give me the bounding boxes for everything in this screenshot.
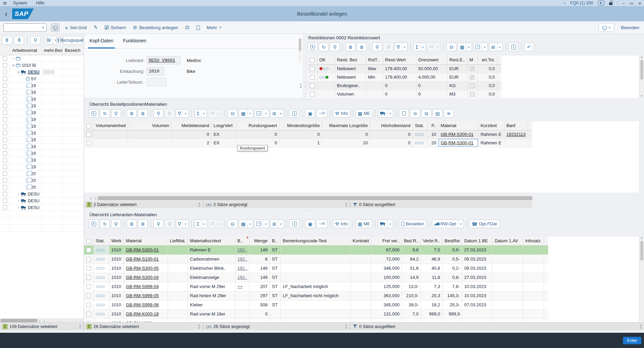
row-select-checkbox[interactable] <box>310 66 315 71</box>
table-row[interactable]: Volumen00M30,0 <box>308 90 501 98</box>
tree-item[interactable]: ∨1010 Bi <box>0 62 84 69</box>
refresh-button[interactable] <box>319 43 329 51</box>
col-bezeich[interactable]: Bezeich <box>63 46 84 55</box>
col-arbeitsvorrat[interactable]: Arbeitsvorrat <box>10 46 42 55</box>
tree-item[interactable]: ∨DESU <box>0 69 84 76</box>
column-header-kontrakt[interactable]: Kontrakt <box>350 237 371 245</box>
table-row[interactable]: NettowertMin179.400,004.000,00EUR✓0,0 <box>308 73 501 81</box>
export-excel-button[interactable] <box>308 43 317 51</box>
row-select-checkbox[interactable] <box>3 158 7 162</box>
layout-button[interactable]: ∨ <box>270 109 284 118</box>
tree-item[interactable]: 19 <box>0 96 84 103</box>
column-header-stat[interactable]: Stat. <box>413 121 428 130</box>
find-button[interactable] <box>153 109 163 118</box>
info-grid-button[interactable] <box>290 109 299 118</box>
flag-checkbox[interactable] <box>470 83 475 88</box>
refresh-button[interactable] <box>100 220 110 228</box>
table-row[interactable]: 1010GB-RM-S300-04Elektroanzeige192..149S… <box>84 273 548 282</box>
cell-link[interactable]: GB-RM-S300-01 <box>441 132 474 137</box>
tree-item-label[interactable]: DESU <box>28 199 40 203</box>
views-button[interactable]: ∨ <box>239 220 253 228</box>
sel-grid-button[interactable]: Sel-Grid <box>64 24 88 31</box>
scrollbar-thumb[interactable] <box>640 60 643 80</box>
hierarchy-button[interactable] <box>444 109 454 118</box>
row-select-checkbox[interactable] <box>86 284 91 289</box>
tree-item[interactable]: 20 <box>0 184 84 191</box>
row-select-checkbox[interactable] <box>86 312 91 316</box>
row-select-checkbox[interactable] <box>3 83 7 88</box>
row-select-checkbox[interactable] <box>3 192 7 196</box>
column-header-rstt[interactable]: RstT.. <box>366 56 383 64</box>
tree-item[interactable]: 19 <box>0 89 84 96</box>
collapse-icon[interactable]: ∨ <box>11 63 16 67</box>
subtotal-button[interactable]: ∨ <box>427 43 441 51</box>
tree-item[interactable]: 19 <box>0 164 84 170</box>
lieferteilsort-field[interactable] <box>147 78 166 86</box>
edit-button[interactable] <box>92 24 99 31</box>
detail-button[interactable] <box>330 43 340 51</box>
menu-system[interactable]: System <box>13 1 27 5</box>
cell-link[interactable]: GB-RM-S300-04 <box>126 275 159 280</box>
row-select-checkbox[interactable] <box>310 92 315 97</box>
row-select-checkbox[interactable] <box>3 131 7 135</box>
tree-item-label[interactable]: DESU <box>28 70 40 75</box>
tree-item[interactable]: 19 <box>0 130 84 137</box>
chevron-down-icon[interactable] <box>42 26 44 29</box>
compare-button[interactable] <box>184 24 191 31</box>
column-header-losgr[interactable]: LosgrVerf. <box>211 121 236 130</box>
column-header-menge[interactable]: Menge <box>249 237 270 245</box>
export-excel-button[interactable] <box>89 220 99 228</box>
row-select-checkbox[interactable] <box>3 165 7 169</box>
cell-link[interactable]: 19232113 <box>506 132 526 137</box>
table-row[interactable]: 1010GB-RM-S300-01Rahmen E192..149ST67,00… <box>84 245 548 254</box>
column-header-ok[interactable]: OK <box>317 56 335 64</box>
scroll-right-icon[interactable]: › <box>94 196 98 200</box>
print-button[interactable] <box>446 43 456 51</box>
lieferant-field[interactable]: DESU_V9001 <box>147 56 181 64</box>
row-select-checkbox[interactable] <box>86 303 91 307</box>
flag-checkbox[interactable]: ✓ <box>470 75 475 80</box>
layout-button[interactable]: ∨ <box>47 36 57 44</box>
cell-link[interactable]: GB-RM-S300-01 <box>126 247 159 252</box>
status-spinner[interactable]: ∧∨ <box>345 324 347 329</box>
tree-item[interactable]: 19 <box>0 123 84 130</box>
find-button[interactable] <box>372 43 382 51</box>
tree-item[interactable]: 19 <box>0 150 84 157</box>
sort-desc-button[interactable] <box>138 109 148 118</box>
exit-button[interactable]: Beenden <box>620 24 641 31</box>
tree-item[interactable]: SY <box>0 76 84 82</box>
table-row[interactable]: 1010GB-RM-S999-05Rad hinten M 29er297STL… <box>84 291 548 300</box>
cell-link[interactable]: GB-RM-S100-01 <box>126 257 159 262</box>
unlock-icon[interactable] <box>609 2 612 5</box>
cell-link[interactable]: 192.. <box>237 275 247 280</box>
column-header-infosatz[interactable]: Infosatz <box>523 237 544 245</box>
export-button[interactable]: ∨ <box>254 220 269 228</box>
export-button[interactable]: ∨ <box>473 43 488 51</box>
column-header-melde[interactable]: Meldebestand <box>171 121 211 130</box>
column-header-material[interactable]: Material <box>124 237 168 245</box>
table-row[interactable]: 1010GB-RM-S999-04Rad vorne M 29er++207ST… <box>84 282 548 291</box>
tab-funktionen[interactable]: Funktionen <box>123 38 146 48</box>
table-row[interactable]: 1010GB-RM-S100-01Carbonrahmen192..6ST72,… <box>84 254 548 264</box>
expand-icon[interactable]: › <box>11 57 16 60</box>
cell-link[interactable]: ++ <box>237 284 243 289</box>
tree-item[interactable]: 19 <box>0 103 84 109</box>
column-header-kurztext[interactable]: Kurztext <box>478 121 504 130</box>
document-button[interactable] <box>195 24 201 31</box>
restore-button[interactable]: ▭ <box>629 1 633 6</box>
table-row[interactable]: 2EX0110020GB-RM-S300-01Rahmen E <box>84 139 532 147</box>
print-button[interactable] <box>228 220 237 228</box>
panel-scrollbar[interactable] <box>298 38 302 62</box>
table-row[interactable]: 1010GB-RM-S300-05Elektrischer Blink..192… <box>84 264 548 273</box>
sort-desc-button[interactable] <box>138 220 148 228</box>
table-row[interactable]: NettowertMax179.400,0050.000,00EUR✓0,0 <box>308 64 501 73</box>
collapse-icon[interactable]: ∨ <box>16 70 21 74</box>
row-select-checkbox[interactable] <box>3 110 7 115</box>
cell-link[interactable]: 192.. <box>237 266 247 271</box>
column-header-volumen[interactable]: Volumen <box>128 121 171 130</box>
row-select-checkbox[interactable] <box>86 132 91 137</box>
row-select-checkbox[interactable] <box>86 248 91 252</box>
tree-item-label[interactable]: DESU <box>28 192 40 197</box>
sum-button[interactable]: ∨ <box>194 220 207 228</box>
cell-link[interactable]: GB-RM-S300-05 <box>126 266 159 271</box>
